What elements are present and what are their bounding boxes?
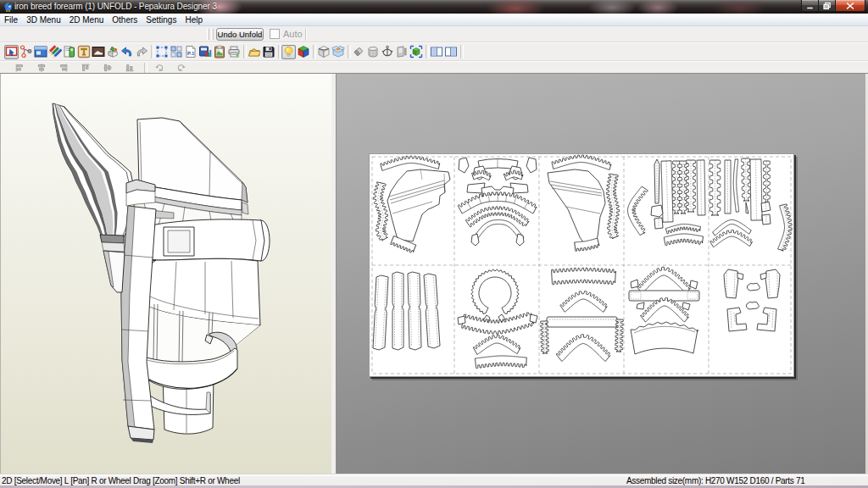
open-box-icon: [331, 45, 345, 58]
eraser-icon: [352, 45, 365, 58]
align-bottom-button[interactable]: [119, 63, 141, 73]
menu-2d-menu[interactable]: 2D Menu: [65, 14, 108, 26]
pattern-pieces: [370, 154, 793, 376]
cylinder-button[interactable]: [365, 45, 380, 59]
edge-node-button[interactable]: [19, 45, 33, 59]
align-center-button[interactable]: [31, 63, 53, 73]
light-bulb-icon: [282, 45, 295, 58]
page-10: [724, 269, 780, 331]
pane-left-button[interactable]: [429, 45, 443, 59]
eraser-button[interactable]: [351, 45, 365, 59]
color-cube-button[interactable]: [296, 45, 310, 59]
toolbar-area: Undo Unfold Auto P.1 9090: [0, 27, 868, 73]
cylinder-icon: [366, 45, 380, 58]
page-8: [541, 268, 624, 361]
clipboard-image-icon: [213, 45, 226, 58]
page-7: [458, 269, 537, 369]
3d-model-iron-breed-forearm: [1, 74, 331, 474]
undo-button[interactable]: [120, 45, 134, 59]
app-window: iron breed forearm (1) UNFOLD - Pepakura…: [0, 0, 868, 488]
unfold-box-icon: [106, 45, 120, 58]
toolbar-separator: [148, 45, 154, 58]
status-hint-text: 2D [Select/Move] L [Pan] R or Wheel Drag…: [2, 476, 240, 485]
align-center-icon: [36, 63, 47, 73]
menu-help[interactable]: Help: [181, 14, 207, 26]
arrange-parts-button[interactable]: [169, 45, 183, 59]
close-button[interactable]: [836, 0, 865, 12]
window-title: iron breed forearm (1) UNFOLD - Pepakura…: [14, 1, 217, 13]
toolbar-separator: [458, 45, 464, 58]
redo-button[interactable]: [134, 45, 148, 59]
panel-flip-icon: [395, 45, 409, 58]
material-list-icon: [63, 45, 76, 58]
auto-checkbox[interactable]: [270, 29, 280, 39]
texture-window-icon: [34, 45, 47, 58]
page-6: [373, 272, 440, 350]
select-rect-icon: [155, 45, 169, 58]
text-tool-button[interactable]: [76, 45, 91, 59]
align-left-button[interactable]: [8, 63, 31, 73]
open-folder-icon: [248, 45, 261, 58]
align-middle-button[interactable]: [97, 63, 119, 73]
select-rect-button[interactable]: [154, 45, 169, 59]
fit-cube-button[interactable]: [409, 45, 423, 59]
save-floppy-icon: [262, 45, 275, 58]
image-tool-icon: [92, 45, 105, 58]
toolbar-separator: [423, 45, 429, 58]
pane-3d-view[interactable]: [0, 74, 331, 474]
closed-box-icon: [317, 45, 331, 58]
page-4: [628, 159, 706, 246]
text-tool-icon: [77, 45, 91, 58]
maximize-button[interactable]: [819, 0, 836, 12]
toolbar-separator: [141, 63, 148, 73]
status-assembled-size: Assembled size(mm): H270 W152 D160 / Par…: [626, 476, 804, 485]
anchor-button[interactable]: [380, 45, 394, 59]
align-middle-icon: [103, 63, 113, 73]
pane-right-button[interactable]: [443, 45, 458, 59]
select-arrow-icon: [5, 45, 18, 58]
toolbar-separator: [310, 45, 316, 58]
toolbar-grip[interactable]: [207, 29, 209, 40]
menu-settings[interactable]: Settings: [142, 14, 181, 26]
select-arrow-button[interactable]: [4, 45, 19, 59]
open-folder-button[interactable]: [247, 45, 261, 59]
panel-flip-button[interactable]: [394, 45, 409, 59]
export-chart-button[interactable]: [198, 45, 212, 59]
texture-window-button[interactable]: [33, 45, 47, 59]
page-5: [709, 158, 792, 251]
color-pencils-button[interactable]: [47, 45, 62, 59]
edge-node-icon: [19, 45, 33, 58]
rotate-right-90-button[interactable]: 90: [170, 63, 192, 73]
clipboard-image-button[interactable]: [212, 45, 226, 59]
page-p1-button[interactable]: P.1: [183, 45, 198, 59]
rotate-left-90-button[interactable]: 90: [148, 63, 170, 73]
color-cube-icon: [297, 45, 310, 58]
pane-right-icon: [444, 45, 458, 58]
align-right-button[interactable]: [53, 63, 75, 73]
page-p1-icon: P.1: [184, 45, 198, 58]
print-button[interactable]: [226, 45, 241, 59]
image-tool-button[interactable]: [91, 45, 105, 59]
save-floppy-button[interactable]: [261, 45, 275, 59]
svg-text:90: 90: [178, 68, 182, 72]
undo-unfold-button[interactable]: Undo Unfold: [216, 28, 264, 41]
print-icon: [227, 45, 241, 58]
menu-others[interactable]: Others: [108, 14, 142, 26]
main-area: [0, 73, 868, 474]
align-left-icon: [14, 63, 25, 73]
align-top-button[interactable]: [75, 63, 97, 73]
app-icon: [3, 2, 13, 12]
menu-3d-menu[interactable]: 3D Menu: [22, 14, 65, 26]
svg-text:P.1: P.1: [187, 51, 195, 56]
light-bulb-button[interactable]: [281, 45, 296, 59]
pane-2d-pattern-view[interactable]: [337, 74, 865, 474]
closed-box-button[interactable]: [316, 45, 331, 59]
toolbar-grip[interactable]: [211, 29, 214, 40]
auto-checkbox-label: Auto: [283, 29, 303, 39]
open-box-button[interactable]: [331, 45, 345, 59]
material-list-button[interactable]: [62, 45, 76, 59]
menu-file[interactable]: File: [0, 14, 22, 26]
page-3: [548, 155, 620, 252]
minimize-button[interactable]: [801, 0, 819, 12]
unfold-box-button[interactable]: [105, 45, 120, 59]
